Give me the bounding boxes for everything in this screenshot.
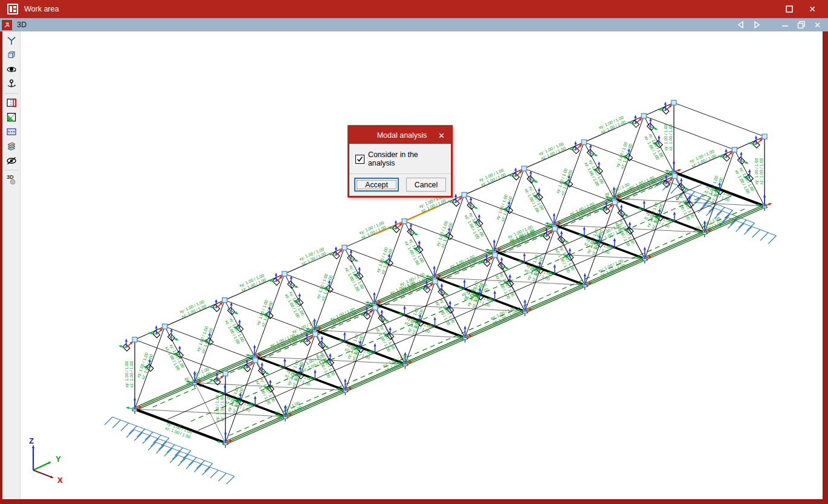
- consider-analysis-checkbox[interactable]: [355, 155, 364, 164]
- svg-text:xz: 1.00 / 1.00: xz: 1.00 / 1.00: [220, 395, 224, 421]
- dialog-title: Modal analysis: [349, 131, 451, 140]
- svg-text:3D: 3D: [7, 174, 14, 180]
- svg-text:xz: 1.00 / 1.00: xz: 1.00 / 1.00: [668, 124, 673, 150]
- svg-text:Y: Y: [56, 454, 61, 464]
- maximize-button[interactable]: [786, 5, 793, 13]
- view-tab-bar: 3D ✕: [0, 18, 828, 31]
- svg-text:xy: 1.00 / 1.00: xy: 1.00 / 1.00: [215, 395, 220, 421]
- svg-text:xy: 1.00 / 1.00: xy: 1.00 / 1.00: [125, 361, 129, 387]
- checkbox-label: Consider in the analysis: [368, 150, 445, 167]
- 3d-settings-icon[interactable]: 3D: [4, 172, 19, 187]
- close-button[interactable]: ✕: [809, 4, 816, 14]
- prev-view-icon[interactable]: [737, 21, 745, 29]
- svg-text:xz: 1.00 / 1.00: xz: 1.00 / 1.00: [129, 361, 134, 387]
- svg-text:xy: 1.00 / 1.00: xy: 1.00 / 1.00: [664, 124, 668, 150]
- hide-elements-icon[interactable]: [4, 153, 19, 168]
- restore-icon[interactable]: [797, 21, 806, 29]
- toolbar-separator: [5, 170, 18, 170]
- window-title: Work area: [24, 5, 59, 13]
- window-right-border: [823, 31, 828, 499]
- layers-icon[interactable]: [4, 139, 19, 153]
- svg-text:Z: Z: [29, 436, 34, 445]
- title-bar: Work area ✕: [0, 0, 828, 18]
- toolbar-separator: [5, 93, 18, 94]
- svg-text:xy: 1.00 / 1.00: xy: 1.00 / 1.00: [754, 158, 759, 184]
- svg-text:xz: 1.00 / 1.00: xz: 1.00 / 1.00: [759, 158, 763, 184]
- consider-analysis-option[interactable]: Consider in the analysis: [355, 150, 445, 167]
- orbit-eye-icon[interactable]: [4, 62, 19, 77]
- drawing-canvas: xy: 1.00 / 1.00xz: 1.00 / 1.00xy: 1.00 /…: [21, 31, 823, 499]
- modal-analysis-dialog: Modal analysis ✕ Consider in the analysi…: [348, 125, 453, 198]
- tab-label-3d[interactable]: 3D: [17, 21, 27, 29]
- next-view-icon[interactable]: [753, 21, 761, 29]
- plane-selection-icon[interactable]: [4, 110, 19, 124]
- rotate-orbit-icon[interactable]: [4, 77, 19, 91]
- minimize-icon[interactable]: [781, 21, 789, 28]
- structure-3d-view[interactable]: xy: 1.00 / 1.00xz: 1.00 / 1.00xy: 1.00 /…: [21, 31, 823, 499]
- window-bottom-border: [0, 499, 828, 504]
- accept-button[interactable]: Accept: [354, 178, 399, 192]
- cube-3d-view-icon[interactable]: [4, 48, 19, 62]
- cancel-button[interactable]: Cancel: [406, 178, 446, 192]
- svg-text:X: X: [57, 476, 63, 485]
- dialog-title-bar[interactable]: Modal analysis ✕: [349, 127, 451, 144]
- section-plane-icon[interactable]: [4, 124, 19, 139]
- work-plane-icon[interactable]: [4, 95, 19, 110]
- 3d-model-icon: [2, 20, 12, 30]
- dialog-close-button[interactable]: ✕: [438, 127, 445, 144]
- axis-triad: ZYX: [29, 436, 63, 485]
- work-area-icon: [7, 4, 18, 15]
- application-window: Work area ✕ 3D: [0, 0, 828, 504]
- left-toolbar: 3D: [2, 31, 21, 499]
- close-icon[interactable]: ✕: [814, 21, 821, 30]
- view-axes-icon[interactable]: [4, 33, 19, 48]
